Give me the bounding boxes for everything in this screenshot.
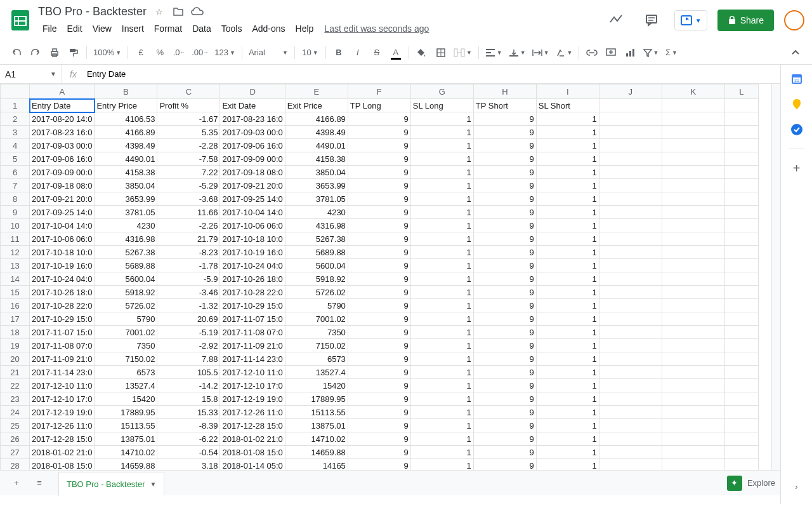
vertical-scrollbar[interactable] <box>771 84 780 470</box>
menu-tools[interactable]: Tools <box>217 21 247 36</box>
cell[interactable]: 2017-10-28 22:0 <box>30 299 95 312</box>
col-header[interactable]: G <box>410 84 473 99</box>
cell[interactable]: 4166.89 <box>285 112 348 126</box>
cell[interactable]: -1.67 <box>157 112 220 126</box>
cell[interactable]: -3.46 <box>157 286 220 299</box>
cell[interactable]: 4106.53 <box>95 112 157 126</box>
font-dropdown[interactable]: Arial▼ <box>246 44 291 61</box>
cell[interactable] <box>662 246 724 259</box>
increase-decimal-button[interactable]: .00→ <box>189 44 211 61</box>
menu-view[interactable]: View <box>88 21 116 36</box>
cell[interactable]: 1 <box>536 392 599 406</box>
cell[interactable]: 11.66 <box>157 206 220 219</box>
cell[interactable]: 9 <box>348 352 410 366</box>
cell[interactable]: 2017-10-19 16:0 <box>30 259 95 272</box>
cell[interactable]: 1 <box>410 459 473 471</box>
cell[interactable]: 1 <box>410 112 473 126</box>
cell[interactable]: 4398.49 <box>285 126 348 139</box>
row-header[interactable]: 13 <box>1 259 30 272</box>
row-header[interactable]: 8 <box>1 192 30 206</box>
cell[interactable]: 9 <box>348 206 410 219</box>
cell[interactable] <box>724 152 758 166</box>
cell[interactable]: 1 <box>536 459 599 471</box>
cell[interactable]: 5790 <box>95 312 157 326</box>
cell[interactable] <box>662 432 724 446</box>
undo-button[interactable] <box>8 44 25 61</box>
cell[interactable] <box>599 112 662 126</box>
cell[interactable]: 9 <box>473 246 536 259</box>
cell[interactable] <box>662 112 724 126</box>
cell[interactable]: 13875.01 <box>285 419 348 432</box>
row-header[interactable]: 4 <box>1 139 30 152</box>
row-header[interactable]: 26 <box>1 432 30 446</box>
cell[interactable]: 7350 <box>285 326 348 339</box>
row-header[interactable]: 6 <box>1 166 30 179</box>
cell[interactable] <box>724 352 758 366</box>
cell[interactable]: 20.69 <box>157 312 220 326</box>
explore-button[interactable]: ✦ Explore <box>719 472 783 495</box>
cell[interactable] <box>724 179 758 192</box>
cell[interactable]: 1 <box>410 152 473 166</box>
cell[interactable]: Exit Price <box>285 99 348 112</box>
cell[interactable]: 4166.89 <box>95 126 157 139</box>
cell[interactable] <box>662 192 724 206</box>
cell[interactable]: 9 <box>473 232 536 246</box>
cell[interactable] <box>724 99 758 112</box>
cell[interactable] <box>599 246 662 259</box>
row-header[interactable]: 23 <box>1 392 30 406</box>
cell[interactable]: 3653.99 <box>285 179 348 192</box>
cell[interactable]: 1 <box>536 312 599 326</box>
cell[interactable]: 15420 <box>285 379 348 392</box>
cell[interactable]: 2018-01-08 15:0 <box>220 446 285 459</box>
cell[interactable]: 5918.92 <box>285 272 348 286</box>
cell[interactable]: 15420 <box>95 392 157 406</box>
row-header[interactable]: 2 <box>1 112 30 126</box>
col-header[interactable]: J <box>599 84 662 99</box>
cell[interactable]: 9 <box>473 166 536 179</box>
cell[interactable]: 1 <box>536 432 599 446</box>
cell[interactable]: 4230 <box>95 219 157 232</box>
cell[interactable] <box>662 352 724 366</box>
cell[interactable]: 5689.88 <box>95 259 157 272</box>
cell[interactable]: 9 <box>348 299 410 312</box>
cell[interactable]: 2017-10-29 15:0 <box>220 299 285 312</box>
cell[interactable]: 9 <box>348 459 410 471</box>
cell[interactable]: 5726.02 <box>95 299 157 312</box>
cell[interactable]: Exit Date <box>220 99 285 112</box>
rotate-dropdown[interactable]: ▼ <box>553 44 575 61</box>
cell[interactable]: 4490.01 <box>285 139 348 152</box>
cell[interactable]: 2017-09-25 14:0 <box>30 206 95 219</box>
borders-button[interactable] <box>432 44 450 61</box>
row-header[interactable]: 25 <box>1 419 30 432</box>
cell[interactable]: 2017-12-10 17:0 <box>220 379 285 392</box>
cell[interactable] <box>724 112 758 126</box>
cell[interactable]: 7001.02 <box>285 312 348 326</box>
cell[interactable] <box>599 459 662 471</box>
cell[interactable]: 2017-09-21 20:0 <box>30 192 95 206</box>
row-header[interactable]: 3 <box>1 126 30 139</box>
cell[interactable]: 9 <box>473 152 536 166</box>
cell[interactable]: 1 <box>410 272 473 286</box>
cell[interactable]: 2017-12-19 19:0 <box>220 392 285 406</box>
comments-icon[interactable] <box>639 8 664 33</box>
cell[interactable]: 9 <box>348 326 410 339</box>
cell[interactable]: 4490.01 <box>95 152 157 166</box>
cell[interactable]: 2017-09-06 16:0 <box>30 152 95 166</box>
col-header[interactable]: K <box>662 84 724 99</box>
insert-chart-button[interactable] <box>621 44 639 61</box>
cloud-status-icon[interactable] <box>191 5 204 18</box>
row-header[interactable]: 7 <box>1 179 30 192</box>
cell[interactable] <box>724 406 758 419</box>
cell[interactable] <box>662 272 724 286</box>
cell[interactable]: 9 <box>473 312 536 326</box>
cell[interactable] <box>599 126 662 139</box>
cell[interactable]: 4158.38 <box>95 166 157 179</box>
cell[interactable] <box>599 286 662 299</box>
cell[interactable]: 9 <box>473 272 536 286</box>
cell[interactable]: 9 <box>348 312 410 326</box>
keep-icon[interactable] <box>790 98 803 110</box>
cell[interactable]: 3781.05 <box>95 206 157 219</box>
cell[interactable]: 9 <box>348 406 410 419</box>
cell[interactable] <box>662 339 724 352</box>
cell[interactable]: 14710.02 <box>95 446 157 459</box>
